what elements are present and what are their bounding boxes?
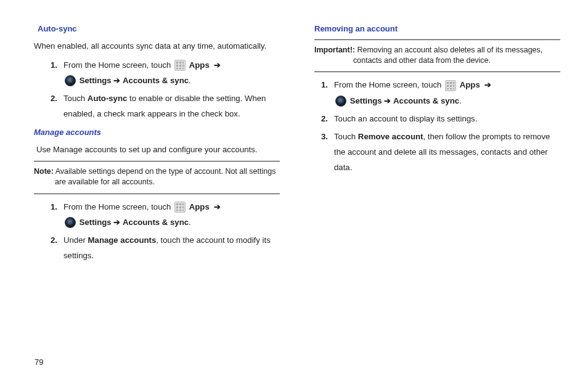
apps-label: Apps: [460, 80, 480, 89]
apps-icon: [445, 80, 456, 91]
list-item: 2. Under Manage accounts, touch the acco…: [45, 232, 280, 263]
heading-manage-accounts: Manage accounts: [34, 125, 280, 141]
step-text: From the Home screen, touch: [63, 202, 173, 211]
arrow-icon: ➔: [113, 76, 120, 85]
settings-icon: [65, 75, 76, 86]
auto-sync-steps: 1. From the Home screen, touch Apps ➔ Se…: [34, 57, 280, 121]
removing-steps: 1. From the Home screen, touch Apps ➔ Se…: [314, 77, 560, 174]
step-text: Touch: [63, 94, 88, 103]
step-text: Touch an account to display its settings…: [334, 114, 477, 123]
heading-removing-account: Removing an account: [314, 22, 560, 37]
divider: [314, 71, 560, 72]
right-column: Removing an account Important!: Removing…: [314, 22, 560, 267]
arrow-icon: ➔: [113, 218, 120, 227]
heading-auto-sync: Auto-sync: [38, 22, 280, 37]
arrow-icon: ➔: [214, 202, 221, 211]
important-text: Removing an account also deletes all of …: [353, 46, 542, 65]
list-item: 2. Touch an account to display its setti…: [316, 111, 560, 126]
note-label: Note:: [34, 167, 54, 176]
important-block: Important!: Removing an account also del…: [314, 45, 560, 66]
list-item: 1. From the Home screen, touch Apps ➔ Se…: [316, 77, 560, 108]
note-text: Available settings depend on the type of…: [54, 167, 276, 186]
important-label: Important!:: [314, 46, 355, 54]
auto-sync-label: Auto-sync: [88, 94, 127, 103]
list-item: 1. From the Home screen, touch Apps ➔ Se…: [45, 199, 280, 230]
page-columns: Auto-sync When enabled, all accounts syn…: [34, 22, 560, 267]
accounts-sync-label: Accounts & sync: [123, 76, 189, 85]
divider: [34, 161, 280, 161]
apps-icon: [174, 202, 186, 213]
accounts-sync-label: Accounts & sync: [123, 218, 189, 227]
step-text: From the Home screen, touch: [334, 80, 444, 89]
divider: [34, 194, 280, 194]
arrow-icon: ➔: [214, 60, 221, 70]
accounts-sync-label: Accounts & sync: [393, 96, 459, 105]
apps-label: Apps: [189, 202, 210, 211]
settings-label: Settings: [350, 96, 382, 105]
step-text: From the Home screen, touch: [63, 60, 173, 70]
manage-intro: Use Manage accounts to set up and config…: [36, 142, 280, 157]
remove-account-label: Remove account: [358, 132, 423, 141]
settings-label: Settings: [80, 218, 112, 227]
settings-icon: [65, 217, 76, 228]
list-item: 2. Touch Auto-sync to enable or disable …: [45, 91, 280, 121]
arrow-icon: ➔: [384, 96, 391, 105]
page-number: 79: [35, 355, 43, 370]
arrow-icon: ➔: [484, 80, 491, 89]
list-item: 3. Touch Remove account, then follow the…: [316, 129, 560, 175]
step-text: Touch: [334, 132, 358, 141]
manage-accounts-label: Manage accounts: [88, 235, 157, 245]
manage-steps: 1. From the Home screen, touch Apps ➔ Se…: [34, 199, 280, 263]
divider: [314, 39, 560, 40]
note-block: Note: Available settings depend on the t…: [34, 166, 280, 187]
list-item: 1. From the Home screen, touch Apps ➔ Se…: [45, 57, 280, 88]
auto-sync-intro: When enabled, all accounts sync data at …: [34, 38, 280, 54]
apps-label: Apps: [189, 60, 210, 70]
settings-label: Settings: [80, 76, 112, 85]
apps-icon: [174, 60, 186, 71]
settings-icon: [335, 96, 346, 107]
step-text: Under: [63, 235, 88, 245]
left-column: Auto-sync When enabled, all accounts syn…: [34, 22, 280, 267]
